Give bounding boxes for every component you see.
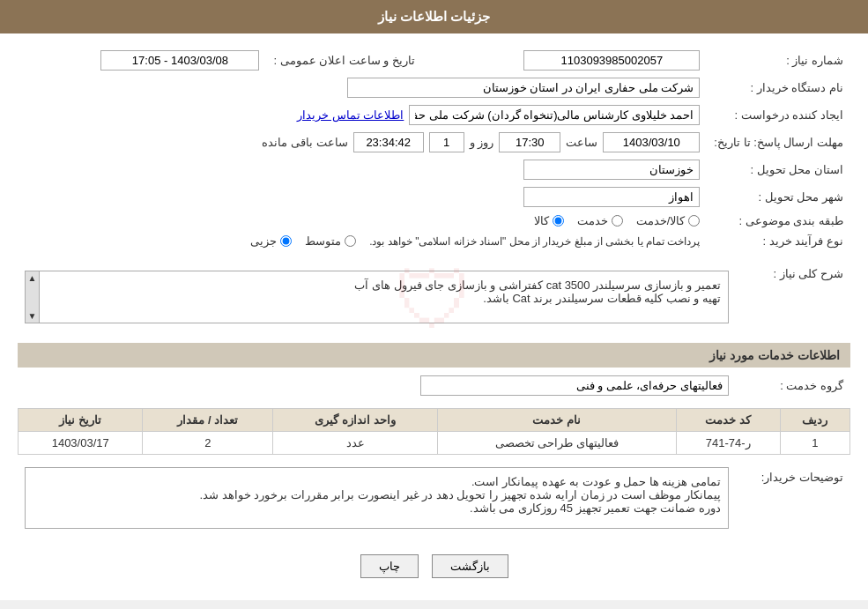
grohe-khadamat-input[interactable] xyxy=(420,375,729,396)
baqi-mande-input[interactable] xyxy=(353,132,424,152)
cell-radif: 1 xyxy=(780,432,849,455)
sharh-line2: تهیه و نصب کلیه قطعات سرسیلندر برند Cat … xyxy=(43,292,721,305)
ettelaat-tamas-link[interactable]: اطلاعات تماس خریدار xyxy=(297,108,404,122)
now-farayand-label: نوع فرآیند خرید : xyxy=(707,231,850,251)
col-tarikh: تاریخ نیاز xyxy=(19,409,143,432)
toshihat-line2: پیمانکار موظف است در زمان ارایه شده تجهی… xyxy=(33,488,721,501)
col-kod: کد خدمت xyxy=(676,409,780,432)
col-nam: نام خدمت xyxy=(437,409,676,432)
radio-kala[interactable]: کالا xyxy=(534,214,564,227)
ettelaat-khadamat-section: اطلاعات خدمات مورد نیاز xyxy=(18,343,850,368)
radio-motevaset[interactable]: متوسط xyxy=(305,234,356,248)
sharh-niaz-label: شرح کلی نیاز : xyxy=(736,260,850,334)
nam-dastgah-label: نام دستگاه خریدار : xyxy=(707,74,850,101)
cell-vahed: عدد xyxy=(273,432,437,455)
cell-nam_khadamat: فعالیتهای طراحی تخصصی xyxy=(437,432,676,455)
sharh-niaz-box: ▲ ▼ تعمیر و بازسازی سرسیلندر 3500 cat کف… xyxy=(25,271,729,323)
radio-motevaset-input[interactable] xyxy=(345,235,356,247)
cell-tedad: 2 xyxy=(143,432,273,455)
page-header: جزئیات اطلاعات نیاز xyxy=(0,0,868,33)
tabaqe-label: طبقه بندی موضوعی : xyxy=(707,211,850,231)
col-radif: ردیف xyxy=(780,409,849,432)
description-scrollbar[interactable]: ▲ ▼ xyxy=(26,271,40,323)
radio-kala-khadamat[interactable]: کالا/خدمت xyxy=(636,214,701,227)
shmare-niaz-label: شماره نیاز : xyxy=(707,47,850,74)
tarikh-elan-input[interactable] xyxy=(100,50,259,71)
shmare-niaz-input[interactable] xyxy=(523,50,700,71)
ijad-konande-input[interactable] xyxy=(409,105,700,125)
saat-input[interactable] xyxy=(499,132,560,152)
radio-jozei-input[interactable] xyxy=(280,235,292,247)
table-row: 1ر-74-741فعالیتهای طراحی تخصصیعدد21403/0… xyxy=(19,432,850,455)
mohlat-ersal-label: مهلت ارسال پاسخ: تا تاریخ: xyxy=(707,129,850,156)
col-vahed: واحد اندازه گیری xyxy=(273,409,437,432)
roz-label: روز و xyxy=(470,136,494,149)
scroll-down-arrow[interactable]: ▼ xyxy=(26,309,39,323)
ostan-input[interactable] xyxy=(523,160,700,180)
scroll-up-arrow[interactable]: ▲ xyxy=(26,271,39,285)
page-title: جزئیات اطلاعات نیاز xyxy=(378,9,490,24)
toshihat-line1: تمامی هزینه ها حمل و عودت به عهده پیمانک… xyxy=(33,475,721,488)
radio-kala-khadamat-input[interactable] xyxy=(688,215,700,227)
toshihat-box: تمامی هزینه ها حمل و عودت به عهده پیمانک… xyxy=(25,467,729,529)
saat-label: ساعت xyxy=(566,136,597,149)
shahr-label: شهر محل تحویل : xyxy=(707,183,850,211)
col-tedad: تعداد / مقدار xyxy=(143,409,273,432)
back-button[interactable]: بازگشت xyxy=(432,554,508,578)
buttons-row: بازگشت چاپ xyxy=(18,541,850,587)
print-button[interactable]: چاپ xyxy=(360,554,419,578)
ijad-konande-label: ایجاد کننده درخواست : xyxy=(707,101,850,129)
ostan-label: استان محل تحویل : xyxy=(707,156,850,183)
shahr-input[interactable] xyxy=(523,187,700,207)
toshihat-label: توضیحات خریدار: xyxy=(736,464,850,532)
toshihat-line3: دوره ضمانت جهت تعمیر تجهیز 45 روزکاری می… xyxy=(33,501,721,515)
cell-tarikh: 1403/03/17 xyxy=(19,432,143,455)
sharh-line1: تعمیر و بازسازی سرسیلندر 3500 cat کفتراش… xyxy=(43,279,721,292)
tarikh-elan-label: تاریخ و ساعت اعلان عمومی : xyxy=(266,47,433,74)
pardakht-text: پرداخت تمام یا بخشی از مبلغ خریدار از مح… xyxy=(369,235,700,248)
baqi-mande-label: ساعت باقی مانده xyxy=(262,136,347,149)
radio-khadamat[interactable]: خدمت xyxy=(577,214,623,227)
tarikh-mohlat-input[interactable] xyxy=(603,132,700,152)
radio-khadamat-input[interactable] xyxy=(612,215,623,227)
grohe-khadamat-label: گروه خدمت : xyxy=(736,372,850,399)
radio-jozei[interactable]: جزیی xyxy=(250,234,292,248)
cell-kod_khadamat: ر-74-741 xyxy=(676,432,780,455)
services-table: ردیف کد خدمت نام خدمت واحد اندازه گیری ت… xyxy=(18,408,850,455)
nam-dastgah-input[interactable] xyxy=(347,78,700,98)
roz-input[interactable] xyxy=(429,132,464,152)
radio-kala-input[interactable] xyxy=(553,215,564,227)
